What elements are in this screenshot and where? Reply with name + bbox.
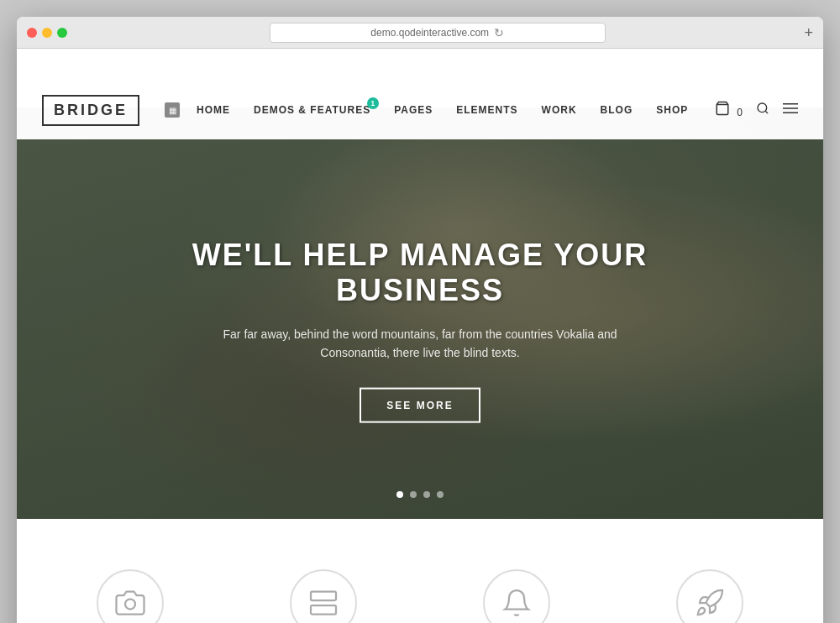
svg-point-1 [758, 103, 767, 113]
svg-rect-8 [311, 605, 336, 615]
browser-dots [27, 28, 67, 38]
browser-actions: + [804, 25, 813, 40]
feature-about-us: ABOUT US Lorem ipsum dolor sit amet. [42, 561, 218, 623]
nav-right-icons: 0 [714, 101, 798, 120]
nav-badge: 1 [367, 97, 379, 109]
nav-menu: HOME DEMOS & FEATURES 1 PAGES ELEMENTS W… [197, 104, 714, 116]
browser-window: demo.qodeinteractive.com ↻ + BRIDGE ▦ HO… [17, 17, 823, 623]
navbar: BRIDGE ▦ HOME DEMOS & FEATURES 1 PAGES E… [17, 81, 823, 139]
cart-count: 0 [737, 107, 743, 118]
nav-elements[interactable]: ELEMENTS [456, 104, 517, 116]
hero-dot-4[interactable] [437, 491, 444, 498]
about-us-icon-circle [97, 569, 164, 623]
url-bar[interactable]: demo.qodeinteractive.com ↻ [270, 23, 606, 43]
hero-dot-2[interactable] [410, 491, 417, 498]
cart-icon[interactable]: 0 [714, 101, 743, 120]
nav-pages[interactable]: PAGES [394, 104, 433, 116]
nav-shop[interactable]: SHOP [656, 104, 688, 116]
svg-line-2 [765, 111, 768, 113]
hero-cta-button[interactable]: SEE MORE [360, 387, 480, 422]
refresh-icon[interactable]: ↻ [494, 26, 504, 39]
browser-toolbar: demo.qodeinteractive.com ↻ + [17, 17, 823, 49]
svg-point-6 [125, 599, 135, 610]
contact-icon-circle [676, 569, 743, 623]
services-icon-circle [290, 569, 357, 623]
camera-icon [115, 588, 145, 618]
new-tab-button[interactable]: + [804, 25, 813, 40]
site-logo[interactable]: BRIDGE [42, 95, 139, 126]
hero-dot-3[interactable] [423, 491, 430, 498]
maximize-dot[interactable] [57, 28, 67, 38]
close-dot[interactable] [27, 28, 37, 38]
hero-subtitle: Far far away, behind the word mountains,… [202, 325, 638, 363]
search-icon[interactable] [756, 102, 769, 118]
development-icon-circle [483, 569, 550, 623]
nav-grid-icon: ▦ [165, 102, 180, 118]
hero-slider-dots [396, 491, 444, 498]
feature-contact: CONTACT Lorem ipsum dolor sit amet. [622, 561, 798, 623]
nav-home[interactable]: HOME [197, 104, 230, 116]
svg-rect-7 [311, 592, 336, 601]
nav-work[interactable]: WORK [542, 104, 577, 116]
hero-content: WE'LL HELP MANAGE YOUR BUSINESS Far far … [126, 238, 714, 423]
feature-services: SERVICES Lorem ipsum dolor sit amet. [235, 561, 412, 623]
url-text: demo.qodeinteractive.com [370, 27, 489, 39]
feature-development: DEVELOPMENT Lorem ipsum dolor sit amet. [428, 561, 605, 623]
features-section: ABOUT US Lorem ipsum dolor sit amet. SER… [17, 519, 823, 623]
hero-section: WE'LL HELP MANAGE YOUR BUSINESS Far far … [17, 107, 823, 519]
nav-demos[interactable]: DEMOS & FEATURES 1 [254, 104, 370, 116]
minimize-dot[interactable] [42, 28, 52, 38]
nav-blog[interactable]: BLOG [601, 104, 633, 116]
hero-title: WE'LL HELP MANAGE YOUR BUSINESS [126, 238, 714, 308]
hamburger-icon[interactable] [783, 102, 798, 118]
hero-dot-1[interactable] [396, 491, 403, 498]
bell-icon [501, 588, 532, 618]
website-content: BRIDGE ▦ HOME DEMOS & FEATURES 1 PAGES E… [17, 49, 823, 623]
server-icon [308, 588, 339, 618]
rocket-icon [695, 588, 725, 618]
